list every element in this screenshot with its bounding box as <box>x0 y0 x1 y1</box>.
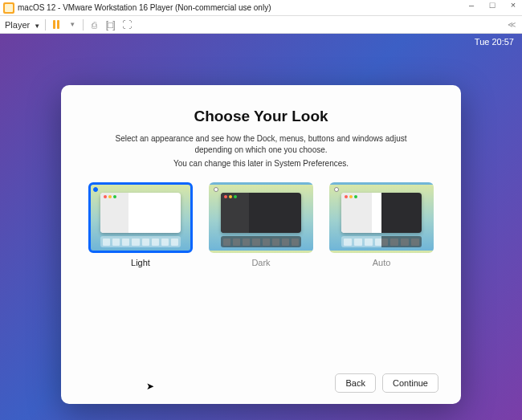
toolbar-right-indicator: ≪ <box>508 20 516 29</box>
toolbar-separator <box>45 19 46 31</box>
mini-window-dark <box>221 193 301 233</box>
appearance-label-dark: Dark <box>209 258 313 267</box>
pause-button[interactable] <box>51 19 62 31</box>
page-title: Choose Your Look <box>84 108 438 125</box>
setup-footer: Back Continue <box>84 373 438 393</box>
mini-dock-icon <box>221 236 301 247</box>
appearance-thumb-dark <box>209 182 313 253</box>
power-menu-button[interactable]: ▼ <box>67 19 78 31</box>
vmware-window-title: macOS 12 - VMware Workstation 16 Player … <box>18 3 271 12</box>
chevron-down-icon: ▼ <box>34 22 40 30</box>
continue-button[interactable]: Continue <box>382 373 438 393</box>
maximize-button[interactable]: □ <box>487 0 498 10</box>
player-menu[interactable]: Player ▼ <box>5 20 40 30</box>
traffic-lights-icon <box>104 195 116 198</box>
mini-window-light <box>100 193 181 233</box>
page-description: Select an appearance and see how the Doc… <box>84 133 438 156</box>
traffic-lights-icon <box>224 195 237 198</box>
toolbar-separator <box>83 19 84 31</box>
unity-button[interactable]: [□] <box>104 19 116 31</box>
guest-screen: Tue 20:57 Choose Your Look Select an app… <box>0 34 522 420</box>
vmware-toolbar: Player ▼ ▼ ⎙ [□] ⛶ ≪ <box>0 16 522 34</box>
appearance-option-dark[interactable]: Dark <box>209 182 313 267</box>
vmware-app-icon <box>3 2 14 14</box>
back-button[interactable]: Back <box>335 373 375 393</box>
minimize-button[interactable]: – <box>466 0 477 10</box>
appearance-thumb-auto <box>329 182 434 253</box>
mac-clock: Tue 20:57 <box>475 37 514 47</box>
mac-menubar: Tue 20:57 <box>0 34 522 50</box>
radio-indicator-icon <box>214 187 218 192</box>
radio-indicator-icon <box>93 187 98 192</box>
appearance-option-light[interactable]: Light <box>88 182 193 267</box>
appearance-thumb-light <box>88 182 193 253</box>
appearance-label-light: Light <box>88 258 193 267</box>
setup-assistant-window: Choose Your Look Select an appearance an… <box>61 85 461 404</box>
pause-icon <box>53 20 59 29</box>
fullscreen-button[interactable]: ⛶ <box>120 19 132 31</box>
window-controls: – □ × <box>466 0 519 10</box>
appearance-option-auto[interactable]: Auto <box>329 182 434 267</box>
vmware-titlebar: macOS 12 - VMware Workstation 16 Player … <box>0 0 522 16</box>
appearance-options: Light Dark <box>84 182 438 267</box>
close-button[interactable]: × <box>508 0 519 10</box>
mini-dock-icon <box>100 236 181 247</box>
appearance-label-auto: Auto <box>329 258 434 267</box>
chevron-down-icon: ▼ <box>69 21 75 28</box>
send-ctrl-alt-del-button[interactable]: ⎙ <box>88 19 100 31</box>
page-note: You can change this later in System Pref… <box>84 159 438 168</box>
player-menu-label: Player <box>5 20 30 30</box>
